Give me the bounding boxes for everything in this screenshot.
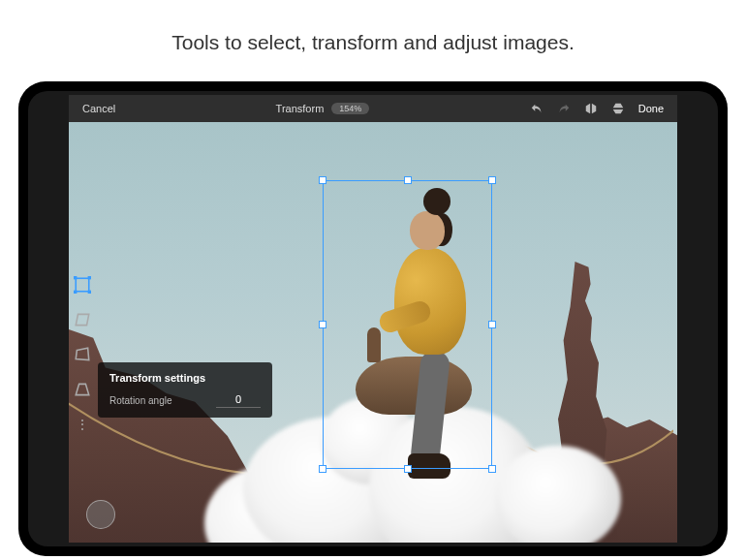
topbar-center: Transform 154%: [115, 103, 529, 114]
svg-rect-2: [88, 276, 91, 279]
tool-more-icon[interactable]: ⋮: [73, 415, 92, 434]
transform-handle-top-right[interactable]: [488, 176, 496, 184]
rotation-angle-row: Rotation angle 0: [109, 393, 261, 408]
cancel-button[interactable]: Cancel: [82, 103, 115, 114]
tablet-frame: Cancel Transform 154%: [18, 81, 728, 556]
zoom-indicator[interactable]: 154%: [331, 103, 369, 114]
flip-horizontal-icon[interactable]: [584, 102, 598, 115]
svg-rect-1: [74, 276, 77, 279]
tool-distort[interactable]: [73, 345, 92, 364]
transform-handle-bottom-mid[interactable]: [404, 465, 412, 473]
transform-handle-mid-left[interactable]: [319, 321, 326, 328]
undo-icon[interactable]: [530, 102, 544, 115]
svg-rect-0: [76, 278, 89, 292]
promo-headline: Tools to select, transform and adjust im…: [0, 0, 746, 81]
transform-bounding-box[interactable]: [323, 180, 492, 469]
redo-icon[interactable]: [557, 102, 571, 115]
transform-toolbar: ⋮: [69, 269, 96, 440]
done-button[interactable]: Done: [638, 103, 664, 114]
transform-handle-bottom-right[interactable]: [488, 465, 496, 473]
flip-vertical-icon[interactable]: [611, 102, 625, 115]
app-topbar: Cancel Transform 154%: [69, 95, 677, 122]
svg-rect-3: [74, 291, 77, 294]
transform-handle-bottom-left[interactable]: [319, 465, 326, 473]
popover-title: Transform settings: [109, 372, 261, 384]
canvas[interactable]: ⋮ Transform settings Rotation angle 0: [69, 122, 677, 543]
topbar-actions: Done: [530, 102, 664, 115]
transform-settings-popover: Transform settings Rotation angle 0: [98, 362, 272, 418]
tool-perspective[interactable]: [73, 380, 92, 399]
rotation-angle-label: Rotation angle: [109, 395, 172, 406]
transform-handle-mid-right[interactable]: [488, 321, 496, 328]
app-screen: Cancel Transform 154%: [69, 95, 677, 543]
mode-label: Transform: [276, 103, 325, 114]
tool-free-transform[interactable]: [73, 275, 92, 295]
tool-skew[interactable]: [73, 310, 92, 329]
svg-rect-4: [88, 291, 91, 294]
rotation-angle-input[interactable]: 0: [216, 393, 261, 408]
touch-shortcut-button[interactable]: [86, 500, 115, 529]
tablet-bezel: Cancel Transform 154%: [28, 91, 718, 546]
transform-handle-top-left[interactable]: [319, 176, 326, 184]
transform-handle-top-mid[interactable]: [404, 176, 412, 184]
